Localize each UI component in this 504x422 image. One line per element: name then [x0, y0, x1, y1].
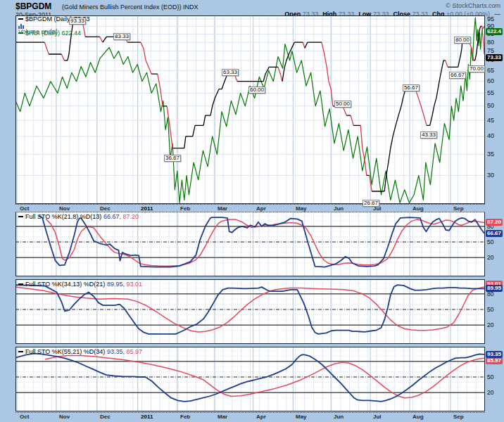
sto-k-value: 93.35, [107, 348, 127, 355]
month-label-Jun: Jun [334, 205, 344, 212]
price-callout-56.67: 56.67 [403, 84, 420, 91]
main-y-tick-40: 40 [487, 133, 494, 139]
sto1-y-tick-50: 50 [487, 239, 493, 245]
main-y-tick-55: 55 [487, 90, 494, 96]
sto-panel-1 [0, 212, 504, 276]
month-label-Jul: Jul [373, 414, 382, 420]
month-label-Mar: Mar [218, 414, 227, 420]
month-label-Apr: Apr [256, 414, 266, 420]
main-y-tick-75: 75 [487, 48, 494, 54]
month-label-Nov: Nov [59, 414, 70, 420]
month-label-Nov: Nov [59, 205, 70, 212]
last-price-badge-0: 622.4 [486, 28, 503, 35]
month-label-Dec: Dec [100, 205, 111, 212]
main-y-tick-45: 45 [487, 117, 494, 124]
sto3-badge-0: 93.35 [486, 351, 503, 358]
month-label-Aug: Aug [412, 414, 424, 420]
last-price-badge-1: 73.33 [486, 54, 503, 61]
sto3-badge-1: 85.97 [486, 357, 503, 364]
month-label-Apr: Apr [256, 205, 266, 212]
sto3-y-tick-50: 50 [487, 374, 493, 381]
month-label-2011: 2011 [141, 205, 153, 212]
price-callout-43.33: 43.33 [420, 132, 437, 139]
sto2-y-tick-80: 80 [487, 291, 493, 298]
price-callout-63.33: 63.33 [222, 69, 239, 76]
month-label-Feb: Feb [180, 205, 190, 212]
price-callout-80.00: 80.00 [454, 37, 471, 44]
index-full-name: (Gold Miners Bullish Percent Index (EOD)… [62, 4, 199, 11]
sto-legend-3: Full STO %K(55,21) %D(34) 93.35, 85.97 [18, 349, 142, 355]
main-y-tick-80: 80 [487, 39, 494, 46]
price-callout-66.67: 66.67 [449, 72, 466, 79]
month-label-Aug: Aug [412, 205, 424, 212]
copyright-text: © StockCharts.com [446, 2, 500, 9]
sto-panel-3 [0, 347, 504, 411]
month-label-2011: 2011 [141, 414, 153, 420]
month-label-Oct: Oct [20, 205, 29, 212]
month-label-May: May [296, 205, 307, 212]
sto-legend-1: Full STO %K(21,8) %D(13) 66.67, 87.20 [18, 214, 139, 220]
month-label-May: May [296, 414, 307, 420]
sto-d-value: 87.20 [122, 213, 139, 220]
month-label-Jun: Jun [334, 414, 344, 420]
sto-line-swatch-icon [18, 216, 23, 217]
sto-d-value: 93.01 [126, 281, 142, 288]
sto-legend-2: Full STO %K(34,13) %D(21) 89.95, 93.01 [18, 281, 142, 288]
sto-k-value: 89.95, [107, 281, 127, 288]
sto-line-swatch-icon [18, 283, 23, 285]
month-label-Oct: Oct [20, 414, 29, 420]
price-callout-60.00: 60.00 [248, 87, 265, 94]
price-callout-93.33: 93.33 [69, 18, 86, 25]
main-y-tick-95: 95 [487, 16, 494, 23]
sto2-badge-1: 89.95 [486, 285, 503, 292]
sto-d-value: 85.97 [126, 348, 142, 355]
sto-panel-2 [0, 279, 504, 344]
bpgdm-line-swatch-icon [18, 18, 23, 20]
sto-line-swatch-icon [18, 351, 23, 352]
main-y-tick-60: 60 [487, 78, 494, 84]
sto-legend-title: Full STO %K(34,13) %D(21) [25, 281, 107, 288]
x-axis-strip-top: OctNovDec2011FebMarAprMayJunJulAugSep [15, 204, 485, 212]
main-y-tick-65: 65 [487, 68, 494, 74]
main-y-tick-30: 30 [487, 172, 494, 179]
month-label-Sep: Sep [453, 414, 464, 420]
stockcharts-chart: $BPGDM (Gold Miners Bullish Percent Inde… [0, 0, 504, 422]
sto1-badge-1: 66.67 [486, 230, 503, 237]
main-y-tick-50: 50 [487, 103, 494, 109]
sto-legend-title: Full STO %K(21,8) %D(13) [25, 213, 103, 220]
symbol-title: $BPGDM [15, 1, 51, 11]
price-callout-83.33: 83.33 [113, 33, 130, 40]
price-callout-26.67: 26.67 [363, 200, 379, 207]
price-callout-70.00: 70.00 [468, 65, 485, 72]
hui-line-swatch-icon [18, 32, 23, 34]
price-callout-36.67: 36.67 [164, 155, 181, 162]
sto-k-value: 66.67, [103, 213, 123, 220]
x-axis-strip-bottom: OctNovDec2011FebMarAprMayJunJulAugSep [15, 412, 485, 422]
price-callout-50.00: 50.00 [334, 101, 351, 108]
sto2-y-tick-20: 20 [487, 322, 493, 328]
month-label-Feb: Feb [180, 414, 190, 420]
main-y-tick-35: 35 [487, 151, 494, 158]
sto-legend-title: Full STO %K(55,21) %D(34) [25, 348, 107, 355]
sto1-badge-0: 87.20 [486, 219, 503, 226]
month-label-Dec: Dec [100, 414, 111, 420]
sto2-y-tick-50: 50 [487, 307, 493, 313]
main-chart-canvas [0, 15, 504, 204]
sto1-y-tick-20: 20 [487, 255, 493, 261]
month-label-Sep: Sep [453, 205, 464, 212]
legend-hui: $HUI (Daily) 622.44 [18, 30, 81, 37]
sto3-y-tick-20: 20 [487, 390, 493, 396]
month-label-Mar: Mar [218, 205, 227, 212]
